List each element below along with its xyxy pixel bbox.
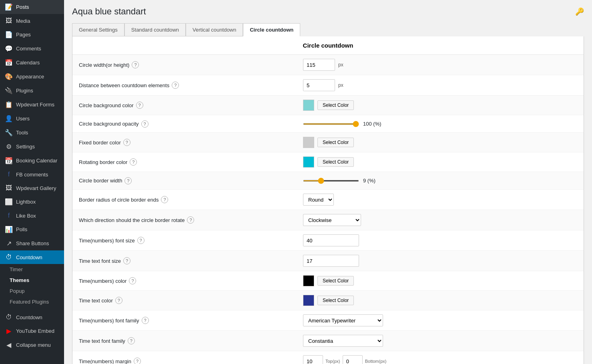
select-direction[interactable]: Clockwise Counter-clockwise [303,214,361,226]
value-circle-border-width: 9 (%) [363,178,387,184]
sidebar-item-like-box[interactable]: f Like Box [0,209,64,222]
sidebar-item-countdown-bottom[interactable]: ⏱ Countdown [0,310,64,324]
help-time-font-family[interactable]: ? [142,317,149,324]
btn-fixed-border-color[interactable]: Select Color [317,138,354,147]
help-circle-width[interactable]: ? [132,61,139,68]
tools-icon: 🔧 [5,129,13,136]
row-text-color: Time text color ? Select Color [72,291,584,310]
help-time-font-size[interactable]: ? [137,237,144,244]
label-circle-width: Circle width(or height) [79,62,129,68]
select-text-font-family[interactable]: Constantia Arial Georgia American Typewr… [303,335,383,347]
help-time-color[interactable]: ? [129,277,136,284]
media-icon: 🖼 [5,17,13,24]
sidebar-item-media[interactable]: 🖼 Media [0,14,64,28]
share-buttons-icon: ↗ [5,240,13,247]
sidebar-item-appearance[interactable]: 🎨 Appearance [0,70,64,84]
swatch-bg-color[interactable] [303,100,314,111]
unit-circle-width: px [338,62,343,68]
sidebar-item-youtube-embed[interactable]: ▶ YouTube Embed [0,324,64,338]
input-circle-width[interactable] [303,59,335,71]
input-time-font-size[interactable] [303,234,359,246]
swatch-time-color[interactable] [303,275,314,286]
label-time-font-family: Time(numbers) font family [79,318,139,324]
help-time-margin[interactable]: ? [134,358,141,364]
tab-circle-countdown[interactable]: Circle countdown [243,23,300,36]
sidebar-item-collapse[interactable]: ◀ Collapse menu [0,338,64,352]
help-direction[interactable]: ? [187,216,194,224]
input-text-font-size[interactable] [303,255,359,267]
sidebar-item-plugins[interactable]: 🔌 Plugins [0,84,64,98]
youtube-icon: ▶ [5,327,13,335]
row-time-margin: Time(numbers) margin ? Top(px) Bottom(px… [72,351,584,364]
wpdevart-forms-icon: 📋 [5,101,13,108]
sidebar-item-polls[interactable]: 📊 Polls [0,222,64,236]
select-border-radius[interactable]: Round Flat [303,194,334,206]
page-title-area: Aqua blue standart 🔑 [72,6,584,17]
sidebar-item-posts[interactable]: 📝 Posts [0,0,64,14]
row-rotating-border-color: Rotating border color ? Select Color [72,152,584,172]
sidebar-subitem-themes[interactable]: Themes [0,275,64,286]
sidebar-item-share-buttons[interactable]: ↗ Share Buttons [0,236,64,250]
sidebar-item-countdown[interactable]: ⏱ Countdown [0,250,64,264]
tabs-bar: General Settings Standard countdown Vert… [72,23,584,36]
help-circle-border-width[interactable]: ? [124,177,132,184]
help-text-font-size[interactable]: ? [123,257,130,264]
sidebar-subitem-featured-plugins[interactable]: Featured Plugins [0,296,64,307]
sidebar-item-comments[interactable]: 💬 Comments [0,42,64,56]
help-text-font-family[interactable]: ? [128,337,135,344]
sidebar-item-settings[interactable]: ⚙ Settings [0,140,64,154]
tab-general-settings[interactable]: General Settings [72,23,124,36]
sidebar-subitem-timer[interactable]: Timer [0,264,64,275]
posts-icon: 📝 [5,3,13,11]
swatch-text-color[interactable] [303,295,314,306]
input-time-margin-top[interactable] [303,355,323,364]
sidebar-item-lightbox[interactable]: ⬜ Lightbox [0,195,64,209]
settings-icon: ⚙ [5,143,13,150]
btn-rotating-border-color[interactable]: Select Color [317,157,354,167]
help-bg-color[interactable]: ? [136,102,143,109]
tab-vertical-countdown[interactable]: Vertical countdown [186,23,243,36]
help-rotating-border-color[interactable]: ? [130,158,137,166]
swatch-fixed-border-color[interactable] [303,137,314,148]
sidebar-item-booking-calendar[interactable]: 📆 Booking Calendar [0,154,64,168]
label-time-color: Time(numbers) color [79,278,126,284]
help-bg-opacity[interactable]: ? [141,120,149,128]
row-circle-border-width: Circle border width ? 9 (%) [72,172,584,190]
sidebar-item-tools[interactable]: 🔧 Tools [0,126,64,140]
label-direction: Which direction should the circle border… [79,217,185,223]
help-fixed-border-color[interactable]: ? [123,139,130,146]
label-bg-opacity: Circle background opacity [79,121,139,127]
sidebar-item-calendars[interactable]: 📅 Calendars [0,56,64,70]
btn-bg-color[interactable]: Select Color [317,100,354,110]
label-distance: Distance between countdown elements [79,82,169,88]
row-time-font-size: Time(numbers) font size ? [72,230,584,251]
help-distance[interactable]: ? [172,82,179,89]
sidebar-item-wpdevart-gallery[interactable]: 🖼 Wpdevart Gallery [0,181,64,195]
countdown-bottom-icon: ⏱ [5,314,13,321]
row-fixed-border-color: Fixed border color ? Select Color [72,133,584,152]
booking-calendar-icon: 📆 [5,157,13,164]
input-distance[interactable] [303,79,335,91]
calendars-icon: 📅 [5,59,13,66]
swatch-rotating-border-color[interactable] [303,156,314,168]
row-border-radius: Border radius of circle border ends ? Ro… [72,190,584,210]
sidebar-item-pages[interactable]: 📄 Pages [0,28,64,42]
label-border-radius: Border radius of circle border ends [79,197,159,203]
help-border-radius[interactable]: ? [161,196,168,203]
row-text-font-size: Time text font size ? [72,251,584,271]
btn-text-color[interactable]: Select Color [317,296,354,305]
btn-time-color[interactable]: Select Color [317,276,354,286]
select-time-font-family[interactable]: American Typewriter Arial Georgia Times … [303,314,383,326]
sidebar-item-users[interactable]: 👤 Users [0,112,64,126]
slider-bg-opacity[interactable] [303,123,359,125]
sidebar-item-fb-comments[interactable]: f FB comments [0,168,64,181]
slider-circle-border-width[interactable] [303,180,359,182]
input-time-margin-bottom[interactable] [343,355,363,364]
row-time-color: Time(numbers) color ? Select Color [72,271,584,291]
row-bg-opacity: Circle background opacity ? 100 (%) [72,115,584,133]
sidebar-item-wpdevart-forms[interactable]: 📋 Wpdevart Forms [0,98,64,112]
tab-standard-countdown[interactable]: Standard countdown [124,23,186,36]
help-text-color[interactable]: ? [115,297,122,304]
row-direction: Which direction should the circle border… [72,210,584,230]
sidebar-subitem-popup[interactable]: Popup [0,286,64,296]
